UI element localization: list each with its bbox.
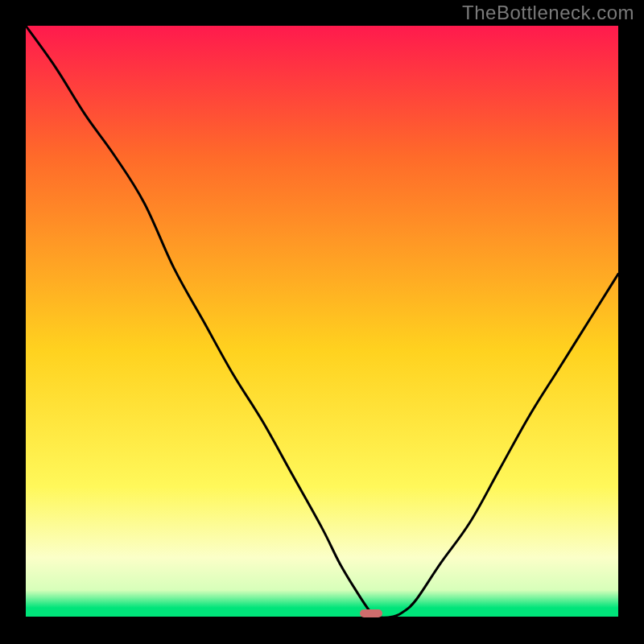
- watermark-text: TheBottleneck.com: [462, 2, 634, 24]
- minimum-marker: [360, 609, 382, 617]
- chart-frame: TheBottleneck.com: [0, 0, 644, 644]
- plot-area: [26, 26, 618, 617]
- plot-svg: [26, 26, 618, 617]
